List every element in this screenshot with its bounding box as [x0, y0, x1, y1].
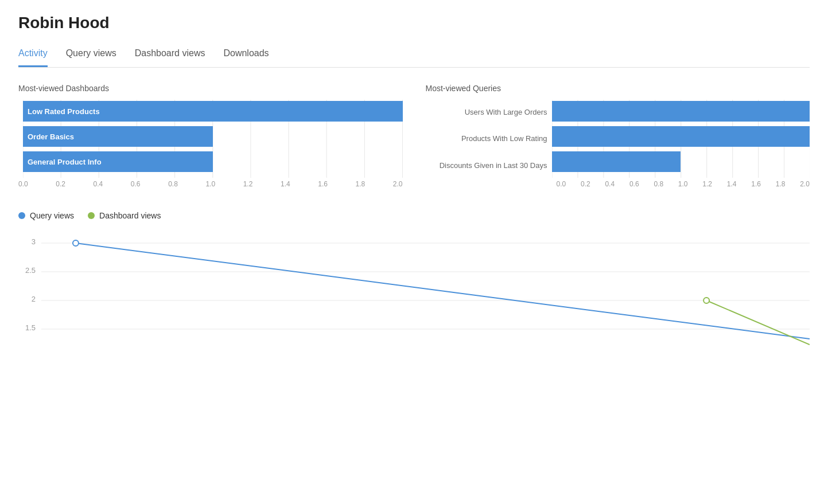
right-chart-labels: Users With Large Orders Products With Lo… — [426, 100, 552, 178]
right-label-1: Users With Large Orders — [426, 100, 547, 123]
query-views-legend-dot — [18, 212, 25, 219]
legend-query-views-label: Query views — [30, 211, 74, 220]
right-x0: 0.0 — [557, 180, 566, 188]
right-bar-1-fill — [552, 101, 810, 122]
tab-bar: Activity Query views Dashboard views Dow… — [18, 41, 810, 68]
right-bar-1 — [552, 100, 810, 123]
left-chart-xaxis: 0.0 0.2 0.4 0.6 0.8 1.0 1.2 1.4 1.6 1.8 … — [18, 180, 403, 188]
right-x1: 0.2 — [581, 180, 590, 188]
left-x4: 0.8 — [168, 180, 178, 188]
left-bar-1-fill: Low Rated Products — [23, 101, 403, 122]
right-bar-2-fill — [552, 126, 810, 147]
right-chart-xaxis: 0.0 0.2 0.4 0.6 0.8 1.0 1.2 1.4 1.6 1.8 … — [557, 180, 810, 188]
right-label-3: Discounts Given in Last 30 Days — [426, 154, 547, 177]
page-title: Robin Hood — [18, 14, 810, 32]
legend-dashboard-views: Dashboard views — [88, 211, 161, 220]
query-views-line — [76, 243, 810, 339]
tab-activity[interactable]: Activity — [18, 41, 48, 67]
right-bar-3 — [552, 150, 810, 173]
right-bar-3-fill — [552, 151, 681, 172]
query-views-start-dot — [73, 240, 79, 246]
left-bar-2: Order Basics — [23, 125, 403, 148]
line-chart-svg: 3 2.5 2 1.5 — [18, 227, 810, 365]
right-x9: 1.8 — [776, 180, 786, 188]
left-x3: 0.6 — [131, 180, 141, 188]
right-chart-title: Most-viewed Queries — [426, 84, 810, 93]
left-bar-3-label: General Product Info — [28, 158, 102, 166]
legend-dashboard-views-label: Dashboard views — [99, 211, 161, 220]
line-chart-section: Query views Dashboard views 3 2.5 2 1.5 — [18, 211, 810, 367]
tab-query-views[interactable]: Query views — [66, 41, 116, 67]
left-bar-1: Low Rated Products — [23, 100, 403, 123]
tab-dashboard-views[interactable]: Dashboard views — [135, 41, 205, 67]
right-bar-2 — [552, 125, 810, 148]
left-bar-3: General Product Info — [23, 150, 403, 173]
right-x6: 1.2 — [702, 180, 712, 188]
left-x10: 2.0 — [393, 180, 403, 188]
bar-charts-row: Most-viewed Dashboards — [18, 84, 810, 188]
right-x8: 1.6 — [751, 180, 761, 188]
left-x0: 0.0 — [18, 180, 28, 188]
line-chart-legend: Query views Dashboard views — [18, 211, 810, 220]
left-x9: 1.8 — [356, 180, 366, 188]
right-chart-bars-area — [552, 100, 810, 178]
page-container: Robin Hood Activity Query views Dashboar… — [0, 0, 828, 381]
left-x2: 0.4 — [94, 180, 103, 188]
left-x6: 1.2 — [243, 180, 253, 188]
right-x3: 0.6 — [629, 180, 639, 188]
left-chart-title: Most-viewed Dashboards — [18, 84, 403, 93]
left-x1: 0.2 — [56, 180, 65, 188]
tab-downloads[interactable]: Downloads — [223, 41, 269, 67]
left-x5: 1.0 — [205, 180, 215, 188]
left-bar-1-label: Low Rated Products — [28, 107, 100, 116]
dashboard-views-legend-dot — [88, 212, 95, 219]
left-bar-3-fill: General Product Info — [23, 151, 213, 172]
right-x2: 0.4 — [605, 180, 615, 188]
right-x4: 0.8 — [654, 180, 663, 188]
left-x7: 1.4 — [281, 180, 290, 188]
right-x5: 1.0 — [678, 180, 688, 188]
y-label-1-5: 1.5 — [25, 323, 36, 332]
y-label-3: 3 — [32, 237, 36, 246]
right-chart: Most-viewed Queries Users With Large Ord… — [426, 84, 810, 188]
left-chart-labels — [18, 100, 23, 178]
dashboard-views-line — [706, 300, 810, 345]
legend-query-views: Query views — [18, 211, 74, 220]
dashboard-views-start-dot — [703, 298, 709, 303]
left-chart-bars-area: Low Rated Products Order Basics — [23, 100, 403, 178]
left-chart: Most-viewed Dashboards — [18, 84, 403, 188]
left-x8: 1.6 — [318, 180, 328, 188]
right-x7: 1.4 — [727, 180, 737, 188]
right-x10: 2.0 — [800, 180, 810, 188]
left-chart-body: Low Rated Products Order Basics — [18, 100, 403, 188]
left-bar-2-fill: Order Basics — [23, 126, 213, 147]
line-chart-container: 3 2.5 2 1.5 — [18, 227, 810, 367]
y-label-2-5: 2.5 — [25, 266, 36, 275]
left-bar-2-label: Order Basics — [28, 132, 74, 141]
right-label-2: Products With Low Rating — [426, 127, 547, 150]
y-label-2: 2 — [32, 295, 36, 303]
right-chart-body: Users With Large Orders Products With Lo… — [426, 100, 810, 188]
